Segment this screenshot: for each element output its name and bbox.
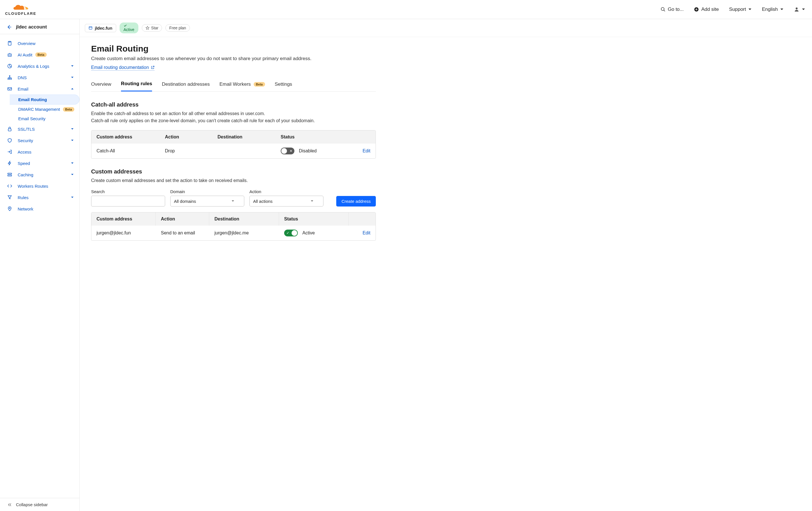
caret-down-icon [748, 8, 752, 11]
beta-badge: Beta [35, 52, 47, 57]
add-site-button[interactable]: Add site [694, 6, 719, 12]
caret-down-icon [71, 196, 74, 199]
sidebar-item-email-routing[interactable]: Email Routing [10, 94, 80, 105]
tab-overview[interactable]: Overview [91, 78, 111, 91]
documentation-link[interactable]: Email routing documentation [91, 65, 154, 70]
sidebar: jldec account Overview AI Audit Beta Ana… [0, 19, 80, 511]
caret-down-icon [71, 76, 74, 79]
plan-chip[interactable]: Free plan [166, 24, 190, 32]
status-toggle[interactable]: ✓ [284, 230, 298, 236]
filters-row: Search Domain All domains [91, 189, 376, 206]
content: Email Routing Create custom email addres… [80, 37, 387, 252]
edit-link[interactable]: Edit [349, 226, 376, 239]
tab-email-workers[interactable]: Email Workers Beta [220, 78, 265, 91]
sidebar-item-dns[interactable]: DNS [0, 72, 80, 83]
support-label: Support [729, 6, 746, 12]
col-destination: Destination [212, 131, 276, 144]
goto-search[interactable]: Go to... [661, 6, 684, 12]
status-active-badge: Active [120, 23, 138, 33]
cell-address: Catch-All [91, 144, 160, 158]
sidebar-item-email[interactable]: Email [0, 83, 80, 94]
star-button[interactable]: Star [142, 24, 162, 32]
sidebar-item-speed[interactable]: Speed [0, 158, 80, 169]
sidebar-item-workers-routes[interactable]: Workers Routes [0, 180, 80, 192]
tab-label: Destination addresses [162, 82, 209, 87]
logo-text: CLOUDFLARE [5, 11, 36, 16]
stack-icon [7, 172, 12, 177]
tab-label: Settings [275, 82, 292, 87]
network-icon [7, 75, 12, 80]
pin-icon [7, 206, 12, 211]
code-icon [7, 183, 12, 189]
sidebar-item-label: Network [18, 206, 33, 211]
domain-select[interactable]: All domains [170, 196, 244, 206]
page-description: Create custom email addresses to use whe… [91, 56, 376, 61]
beta-badge: Beta [63, 107, 74, 112]
tab-destination-addresses[interactable]: Destination addresses [162, 78, 209, 91]
catchall-section: Catch-all address Enable the catch-all a… [91, 102, 376, 159]
svg-point-10 [8, 79, 8, 80]
col-status: Status [276, 131, 349, 144]
tab-settings[interactable]: Settings [275, 78, 292, 91]
search-label: Search [91, 189, 165, 194]
catchall-heading: Catch-all address [91, 102, 376, 108]
tab-label: Overview [91, 82, 111, 87]
sidebar-item-rules[interactable]: Rules [0, 192, 80, 203]
sidebar-item-network[interactable]: Network [0, 203, 80, 215]
user-menu[interactable] [794, 6, 805, 12]
sidebar-item-caching[interactable]: Caching [0, 169, 80, 180]
svg-point-11 [9, 79, 10, 80]
caret-down-icon [802, 8, 805, 11]
external-link-icon [151, 65, 154, 69]
svg-point-0 [661, 7, 664, 10]
table-header: Custom address Action Destination Status [91, 131, 376, 144]
cloudflare-logo[interactable]: CLOUDFLARE [5, 3, 36, 16]
edit-link[interactable]: Edit [349, 144, 376, 158]
cell-action: Drop [160, 144, 212, 158]
sidebar-item-ai-audit[interactable]: AI Audit Beta [0, 49, 80, 60]
search-icon [661, 7, 666, 12]
svg-rect-14 [8, 129, 11, 131]
action-select[interactable]: All actions [250, 196, 323, 206]
status-label: Active [302, 230, 315, 235]
svg-point-12 [11, 79, 12, 80]
sidebar-item-label: SSL/TLS [18, 127, 35, 132]
col-destination: Destination [209, 212, 279, 226]
sidebar-item-label: Security [18, 138, 33, 143]
exit-icon [7, 149, 12, 155]
create-address-button[interactable]: Create address [336, 196, 376, 206]
sidebar-item-analytics[interactable]: Analytics & Logs [0, 60, 80, 72]
status-active-label: Active [123, 27, 135, 32]
sidebar-item-label: DMARC Management [18, 107, 60, 112]
sidebar-item-dmarc[interactable]: DMARC Management Beta [18, 105, 80, 114]
domain-chip[interactable]: jldec.fun [85, 24, 116, 32]
pie-chart-icon [7, 63, 12, 69]
support-menu[interactable]: Support [729, 6, 752, 12]
svg-rect-5 [8, 54, 11, 56]
sidebar-item-email-security[interactable]: Email Security [18, 114, 80, 123]
sidebar-item-ssltls[interactable]: SSL/TLS [0, 123, 80, 135]
cell-status: ✓ Active [279, 226, 349, 240]
sidebar-item-label: Rules [18, 195, 28, 200]
svg-rect-16 [8, 175, 12, 176]
back-arrow-icon[interactable] [6, 24, 12, 30]
status-toggle[interactable]: ✕ [281, 147, 294, 154]
sidebar-item-overview[interactable]: Overview [0, 37, 80, 49]
svg-rect-4 [8, 41, 11, 45]
collapse-sidebar-button[interactable]: Collapse sidebar [0, 498, 80, 511]
domain-name: jldec.fun [95, 26, 113, 30]
robot-icon [7, 52, 12, 58]
language-label: English [762, 6, 778, 12]
sidebar-item-label: Access [18, 149, 31, 154]
page-title: Email Routing [91, 44, 376, 54]
sidebar-item-security[interactable]: Security [0, 135, 80, 146]
col-custom-address: Custom address [91, 131, 160, 144]
custom-addresses-section: Custom addresses Create custom email add… [91, 168, 376, 241]
sidebar-item-access[interactable]: Access [0, 146, 80, 158]
language-menu[interactable]: English [762, 6, 784, 12]
search-input[interactable] [91, 196, 165, 206]
account-name[interactable]: jldec account [16, 24, 47, 30]
svg-point-9 [9, 76, 10, 76]
main: jldec.fun Active Star Free plan Email Ro… [80, 19, 812, 511]
tab-routing-rules[interactable]: Routing rules [121, 78, 152, 91]
